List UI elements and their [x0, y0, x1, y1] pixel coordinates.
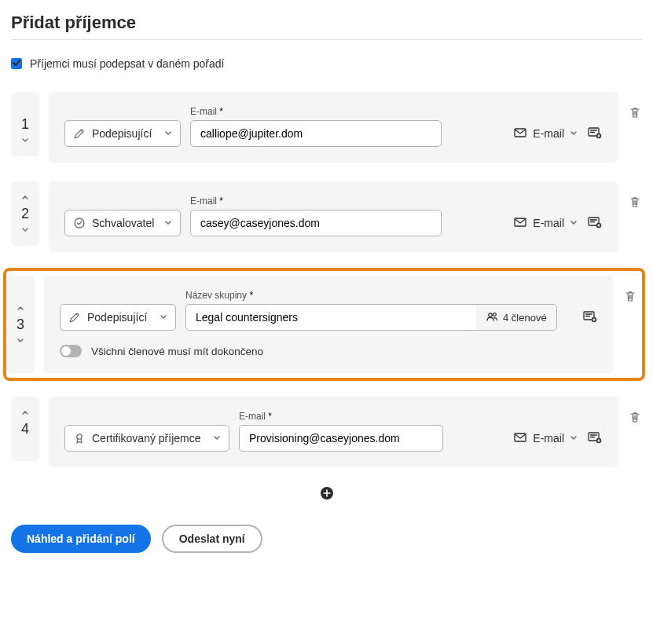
chevron-down-icon: [160, 313, 167, 321]
page-title: Přidat příjemce: [11, 13, 642, 33]
private-message-button[interactable]: [582, 304, 598, 331]
private-message-button[interactable]: [587, 425, 603, 452]
pen-icon: [73, 127, 86, 140]
chevron-down-icon: [164, 219, 172, 227]
delivery-select[interactable]: E-mail: [513, 210, 578, 236]
email-label: E-mail *: [190, 106, 442, 117]
order-number: 4: [21, 421, 29, 437]
delete-button[interactable]: [628, 181, 642, 208]
move-down-icon[interactable]: [6, 333, 35, 349]
order-column: 1: [11, 92, 39, 156]
members-button[interactable]: 4 členové: [476, 304, 557, 331]
delivery-label: E-mail: [533, 432, 564, 445]
order-column: 4: [11, 397, 39, 461]
delivery-label: E-mail: [533, 127, 564, 140]
move-down-icon[interactable]: [11, 222, 39, 238]
recipient-row-1: 1 Podepisující E-mail * E-mail: [11, 92, 642, 163]
check-circle-icon: [73, 217, 86, 229]
email-input[interactable]: [190, 120, 442, 147]
envelope-icon: [513, 430, 527, 447]
delivery-select[interactable]: E-mail: [513, 425, 578, 452]
pen-icon: [68, 311, 81, 324]
role-label: Podepisující: [87, 311, 153, 324]
delete-button[interactable]: [628, 92, 642, 119]
private-message-button[interactable]: [587, 120, 603, 147]
role-label: Podepisující: [92, 127, 158, 140]
order-column: 2: [11, 181, 39, 246]
email-input[interactable]: [239, 425, 443, 452]
role-select[interactable]: Certifikovaný příjemce: [64, 425, 229, 452]
chevron-down-icon: [213, 434, 221, 442]
recipient-card: Certifikovaný příjemce E-mail * E-mail: [49, 397, 618, 467]
recipient-row-2: 2 Schvalovatel E-mail * E-mail: [11, 181, 642, 252]
add-recipient-button[interactable]: [320, 486, 334, 500]
order-number: 1: [21, 116, 29, 133]
recipient-card: Schvalovatel E-mail * E-mail: [49, 181, 618, 252]
delivery-select[interactable]: E-mail: [513, 120, 578, 147]
role-select[interactable]: Schvalovatel: [64, 210, 181, 236]
group-name-input[interactable]: [185, 304, 480, 331]
members-count-label: 4 členové: [503, 312, 547, 324]
sign-order-label: Příjemci musí podepsat v daném pořadí: [30, 57, 224, 70]
checkbox-checked-icon: [11, 58, 22, 69]
envelope-icon: [513, 126, 527, 142]
move-up-icon[interactable]: [11, 190, 39, 206]
recipient-row-3-highlighted: 3 Podepisující Název skupiny * 4 členové: [6, 271, 642, 378]
email-input[interactable]: [190, 210, 442, 236]
recipient-card: Podepisující E-mail * E-mail: [49, 92, 618, 163]
move-down-icon[interactable]: [11, 133, 39, 148]
users-icon: [486, 310, 498, 325]
role-select[interactable]: Podepisující: [60, 304, 176, 331]
send-now-button[interactable]: Odeslat nyní: [162, 525, 262, 553]
preview-fields-button[interactable]: Náhled a přidání polí: [11, 525, 151, 553]
order-number: 2: [21, 206, 29, 222]
role-select[interactable]: Podepisující: [64, 120, 181, 147]
sign-order-option[interactable]: Příjemci musí podepsat v daném pořadí: [11, 57, 642, 70]
envelope-icon: [513, 215, 527, 232]
private-message-button[interactable]: [587, 210, 603, 236]
email-label: E-mail *: [190, 196, 442, 207]
chevron-down-icon: [570, 217, 578, 229]
role-label: Certifikovaný příjemce: [92, 432, 207, 445]
delete-button[interactable]: [628, 397, 642, 423]
delete-button[interactable]: [623, 276, 637, 302]
footer: Náhled a přidání polí Odeslat nyní: [11, 525, 642, 553]
role-label: Schvalovatel: [92, 217, 158, 229]
chevron-down-icon: [570, 432, 578, 445]
order-column: 3: [6, 276, 35, 373]
ribbon-icon: [73, 432, 86, 445]
move-up-icon[interactable]: [11, 405, 39, 421]
move-up-icon[interactable]: [6, 301, 35, 317]
email-label: E-mail *: [239, 411, 443, 422]
divider: [11, 39, 642, 40]
all-members-toggle[interactable]: [60, 345, 82, 357]
all-members-toggle-label: Všichni členové musí mít dokončeno: [91, 346, 263, 357]
chevron-down-icon: [570, 127, 578, 140]
order-number: 3: [17, 317, 24, 333]
recipient-card: Podepisující Název skupiny * 4 členové V…: [44, 276, 614, 373]
group-name-label: Název skupiny *: [185, 290, 557, 301]
chevron-down-icon: [164, 130, 172, 137]
delivery-label: E-mail: [533, 217, 564, 229]
recipient-row-4: 4 Certifikovaný příjemce E-mail * E-mail: [11, 397, 642, 467]
